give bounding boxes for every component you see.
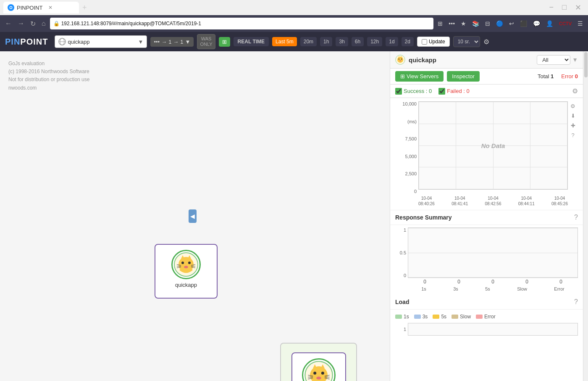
menu-button[interactable]: ☰ xyxy=(576,19,585,28)
extensions-button[interactable]: ••• xyxy=(447,19,457,28)
chart-xaxis: 10-04 08:40:26 10-04 08:41:41 10-04 08:4… xyxy=(418,194,568,206)
main-layout: ◀ GoJs evaluation (c) 1998-2016 Northwoo… xyxy=(0,51,588,381)
12h-button[interactable]: 12h xyxy=(367,37,382,46)
20m-button[interactable]: 20m xyxy=(300,37,317,46)
legend-error-dot xyxy=(476,315,483,319)
response-summary-help-icon[interactable]: ? xyxy=(574,214,578,221)
error-info: Error 0 xyxy=(561,73,578,79)
cctv-button[interactable]: CCTV xyxy=(557,20,573,27)
xaxis-label-3: 10-04 08:44:11 xyxy=(518,196,535,206)
xaxis-label-1: 10-04 08:41:41 xyxy=(452,196,468,206)
canvas-area[interactable]: ◀ GoJs evaluation (c) 1998-2016 Northwoo… xyxy=(0,51,390,381)
minimize-button[interactable]: − xyxy=(546,3,557,12)
library-button[interactable]: 📚 xyxy=(470,19,481,28)
svg-point-20 xyxy=(313,371,316,374)
inspector-button[interactable]: Inspector xyxy=(447,71,479,82)
app-node-2-container[interactable]: quickapp xyxy=(280,343,357,381)
app-node-1[interactable]: quickapp xyxy=(155,244,218,299)
chart-no-data: No Data xyxy=(481,142,505,149)
was-only-button[interactable]: WAS ONLY xyxy=(197,34,215,49)
legend-5s-dot xyxy=(433,315,439,319)
2d-button[interactable]: 2d xyxy=(402,37,414,46)
chart-help-icon[interactable]: ? xyxy=(571,132,574,138)
maximize-button[interactable]: □ xyxy=(559,3,570,12)
rc-values: 0 0 0 0 0 xyxy=(408,278,578,286)
sync-button[interactable]: ↩ xyxy=(507,19,516,28)
right-panel-wrapper: quickapp All Agent Group ▼ ⊞ View Server… xyxy=(390,51,588,381)
update-checkbox[interactable] xyxy=(422,39,427,45)
legend-error: Error xyxy=(476,314,496,320)
6h-button[interactable]: 6h xyxy=(352,37,364,46)
3h-button[interactable]: 3h xyxy=(336,37,348,46)
bookmark-button[interactable]: ★ xyxy=(459,19,468,28)
chart-settings-icon[interactable]: ⚙ xyxy=(570,103,575,109)
app-node-2[interactable]: quickapp xyxy=(291,352,346,381)
xaxis-label-0: 10-04 08:40:26 xyxy=(418,196,435,206)
main-chart-area: 10,000 (ms) 7,500 5,000 2,500 0 xyxy=(390,98,583,210)
browser-tab[interactable]: PINPOINT ✕ xyxy=(3,2,79,13)
load-help-icon[interactable]: ? xyxy=(574,298,578,306)
panel-app-name: quickapp xyxy=(409,56,436,64)
chart-side-icons: ⚙ ⬇ ✚ ? xyxy=(568,101,578,194)
app-logo: PINPOINT xyxy=(5,37,48,47)
dots-button[interactable]: ••• → 1 → 1 ▼ xyxy=(150,37,194,47)
chat-button[interactable]: 💬 xyxy=(531,19,542,28)
svg-point-9 xyxy=(184,266,188,268)
app-header: PINPOINT quickapp ▼ ••• → 1 → 1 ▼ WAS ON… xyxy=(0,32,588,51)
rc-yaxis: 1 0.5 0 xyxy=(395,228,408,278)
chart-download-icon[interactable]: ⬇ xyxy=(571,113,575,119)
failed-label: Failed : 0 xyxy=(447,88,469,94)
1d-button[interactable]: 1d xyxy=(386,37,398,46)
close-button[interactable]: ✕ xyxy=(572,3,585,12)
load-yvalue: 1 xyxy=(395,327,408,332)
panel-header: quickapp All Agent Group ▼ xyxy=(390,51,583,69)
panel-settings-icon[interactable]: ⚙ xyxy=(572,87,578,95)
chart-yaxis: 10,000 (ms) 7,500 5,000 2,500 0 xyxy=(395,101,418,194)
xaxis-label-2: 10-04 08:42:56 xyxy=(485,196,501,206)
filter-chevron-icon: ▼ xyxy=(572,56,578,63)
sidebar-button[interactable]: ⊟ xyxy=(483,19,492,28)
forward-button[interactable]: → xyxy=(16,19,26,28)
response-chart: 1 0.5 0 0 0 xyxy=(390,225,583,295)
total-info: Total 1 xyxy=(538,73,554,79)
rc-gridlines xyxy=(408,228,578,278)
app-selector[interactable]: quickapp ▼ xyxy=(55,35,147,48)
app-node-2-icon xyxy=(302,358,336,381)
svg-point-22 xyxy=(316,376,321,379)
scrollbar-thumb[interactable] xyxy=(584,52,588,77)
qr-button[interactable]: ⊞ xyxy=(436,19,444,28)
chart-expand-icon[interactable]: ✚ xyxy=(571,122,575,129)
reload-button[interactable]: ↻ xyxy=(29,19,37,29)
profile-button[interactable]: 👤 xyxy=(544,19,555,28)
view-servers-button[interactable]: ⊞ View Servers xyxy=(395,71,444,82)
last-5m-button[interactable]: Last 5m xyxy=(272,37,297,46)
grid-button[interactable]: ⊞ xyxy=(219,37,230,47)
new-tab-button[interactable]: + xyxy=(82,3,87,12)
right-panel: quickapp All Agent Group ▼ ⊞ View Server… xyxy=(390,51,583,381)
collapse-panel-button[interactable]: ◀ xyxy=(189,209,197,223)
svg-point-34 xyxy=(401,58,402,59)
realtime-button[interactable]: REAL TIME xyxy=(234,37,269,46)
security-icon: 🔒 xyxy=(53,21,60,26)
update-button[interactable]: Update xyxy=(417,37,450,47)
screenshot-button[interactable]: ⬛ xyxy=(518,19,529,28)
success-checkbox[interactable] xyxy=(395,88,402,95)
server-icon: ⊞ xyxy=(400,73,405,79)
home-button[interactable]: ⌂ xyxy=(40,19,47,28)
back-button[interactable]: ← xyxy=(3,19,13,28)
1h-button[interactable]: 1h xyxy=(320,37,332,46)
panel-scrollbar[interactable] xyxy=(583,51,588,381)
failed-checkbox[interactable] xyxy=(438,88,445,95)
settings-button[interactable]: ⚙ xyxy=(483,38,489,46)
filter-select[interactable]: All Agent Group xyxy=(537,55,570,65)
legend-1s-dot xyxy=(395,315,402,319)
rows-selector[interactable]: 10 sr. 20 sr. 50 sr. xyxy=(453,36,480,47)
chart-body: No Data xyxy=(418,101,568,190)
svg-point-21 xyxy=(321,371,324,374)
tab-close-icon[interactable]: ✕ xyxy=(48,5,52,11)
reader-button[interactable]: 🔵 xyxy=(494,19,505,28)
load-section: 1s 3s 5s Slow xyxy=(390,310,583,338)
address-bar[interactable]: 🔒 192.168.121.148:8079/#/main/quickapp@T… xyxy=(50,18,434,29)
tomcat-svg-1 xyxy=(173,252,199,277)
address-text: 192.168.121.148:8079/#/main/quickapp@TOM… xyxy=(61,21,430,26)
